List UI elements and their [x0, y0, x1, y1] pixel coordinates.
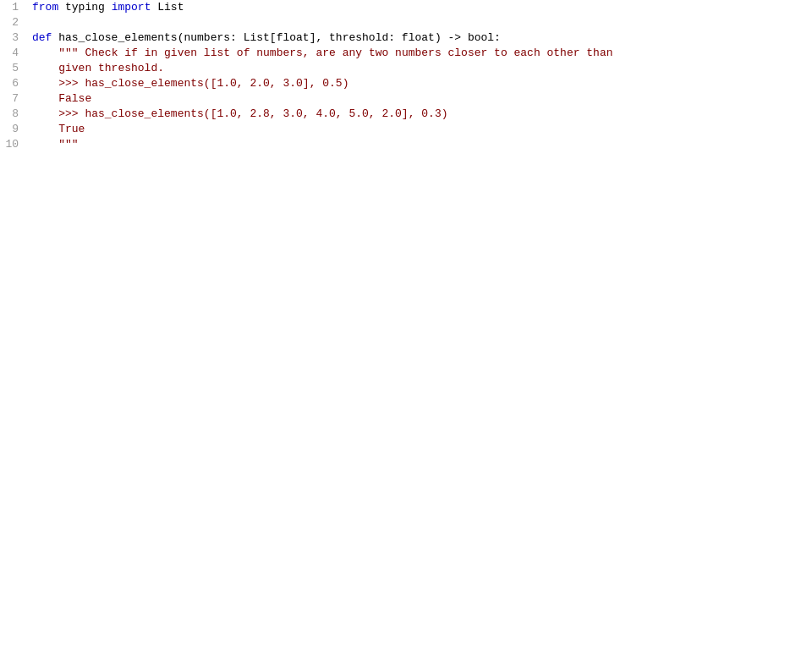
docstring-example2: >>> has_close_elements([1.0, 2.8, 3.0, 4…	[32, 107, 447, 120]
docstring-result2: True	[32, 123, 85, 135]
line-numbers: 1 2 3 4 5 6 7 8 9 10	[0, 0, 25, 648]
line-number-4: 4	[0, 46, 25, 61]
function-signature: has_close_elements(numbers: List[float],…	[52, 31, 501, 44]
line-number-7: 7	[0, 91, 25, 107]
line-number-3: 3	[0, 30, 25, 46]
line-number-9: 9	[0, 122, 25, 137]
line-number-5: 5	[0, 61, 25, 76]
code-line-5: given threshold.	[32, 61, 812, 76]
code-line-3: def has_close_elements(numbers: List[flo…	[32, 30, 812, 46]
docstring-line2: given threshold.	[32, 62, 164, 74]
line-number-6: 6	[0, 76, 25, 91]
code-line-6: >>> has_close_elements([1.0, 2.0, 3.0], …	[32, 76, 812, 91]
line-number-8: 8	[0, 107, 25, 122]
text-typing: typing	[58, 1, 111, 14]
docstring-result1: False	[32, 92, 91, 105]
code-line-9: True	[32, 122, 812, 137]
docstring-example1: >>> has_close_elements([1.0, 2.0, 3.0], …	[32, 77, 348, 90]
line-number-1: 1	[0, 0, 25, 15]
text-list: List	[151, 1, 184, 14]
code-line-8: >>> has_close_elements([1.0, 2.8, 3.0, 4…	[32, 107, 812, 122]
code-line-10: """	[32, 137, 812, 152]
code-content: from typing import List def has_close_el…	[25, 0, 812, 648]
code-line-7: False	[32, 91, 812, 107]
code-line-1: from typing import List	[32, 0, 812, 15]
keyword-from: from	[32, 1, 58, 14]
line-number-2: 2	[0, 15, 25, 30]
line-number-10: 10	[0, 137, 25, 152]
docstring-end: """	[32, 138, 79, 151]
code-line-2	[32, 15, 812, 30]
code-line-4: """ Check if in given list of numbers, a…	[32, 46, 812, 61]
code-editor: 1 2 3 4 5 6 7 8 9 10 from typing import …	[0, 0, 812, 648]
indent	[32, 47, 58, 59]
docstring-start: """ Check if in given list of numbers, a…	[58, 47, 612, 59]
keyword-import: import	[112, 1, 151, 14]
keyword-def: def	[32, 31, 52, 44]
